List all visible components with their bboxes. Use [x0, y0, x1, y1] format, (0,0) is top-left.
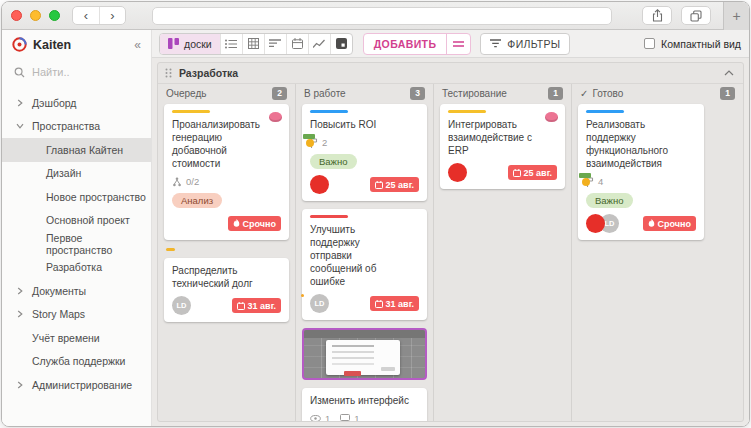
browser-window: ‹ › + Kaiten [1, 1, 750, 427]
add-controls: ДОБАВИТЬ [363, 33, 472, 55]
sidebar-collapse-button[interactable]: « [134, 38, 141, 52]
sidebar-item-time-tracking[interactable]: Учёт времени [2, 326, 151, 350]
card-footer: Срочно [172, 214, 281, 233]
tag-analysis: Анализ [172, 193, 222, 208]
table-view-button[interactable] [242, 34, 264, 54]
card-count-badge: 3 [410, 87, 425, 100]
urgent-badge: Срочно [643, 216, 696, 231]
screenshot-dialog [326, 340, 400, 375]
search-input[interactable]: Найти.. [2, 59, 151, 85]
close-window-button[interactable] [11, 10, 22, 21]
column-testing: Тестирование 1 Интегрировать взаимодейст… [434, 84, 572, 421]
avatar [586, 214, 605, 233]
calendar-icon [513, 169, 521, 177]
card-cover-image[interactable] [302, 328, 427, 380]
urgent-badge: Срочно [228, 216, 281, 231]
filter-funnel-icon [490, 39, 501, 48]
forward-button[interactable]: › [99, 7, 125, 24]
search-icon [14, 67, 25, 78]
compact-view-label: Компактный вид [661, 38, 741, 50]
drag-grip-icon[interactable] [165, 68, 172, 78]
calendar-view-button[interactable] [286, 34, 308, 54]
sidebar-nav: Дэшборд Пространства Главная Кайтен Диза… [2, 91, 151, 397]
card-count-badge: 1 [548, 87, 563, 100]
boards-view-button[interactable]: доски [160, 34, 220, 54]
check-icon: ✓ [580, 88, 588, 99]
address-bar[interactable] [152, 7, 612, 25]
share-icon [652, 9, 663, 22]
card-erp-integration[interactable]: Интегрировать взаимодействие с ERP [440, 104, 565, 189]
share-button[interactable] [642, 6, 672, 25]
list-icon [225, 39, 237, 49]
browser-nav-buttons: ‹ › [72, 6, 126, 25]
filters-button[interactable]: ФИЛЬТРЫ [480, 33, 570, 55]
card-count-badge: 2 [272, 87, 287, 100]
sidebar: Kaiten « Найти.. Дэшборд Пространства [2, 30, 152, 426]
toolbar: доски [152, 30, 749, 58]
card-color-bar [448, 110, 486, 113]
sidebar-item-support[interactable]: Служба поддержки [2, 350, 151, 374]
calendar-icon [375, 300, 383, 308]
chevron-right-icon [16, 381, 24, 389]
card-color-bar [172, 110, 210, 113]
brain-sticker-icon [269, 112, 282, 122]
chevron-down-icon [16, 123, 24, 129]
avatar: LD [310, 294, 329, 313]
compact-view-toggle[interactable]: Компактный вид [644, 38, 741, 50]
sidebar-item-first-space[interactable]: Первое пространство [2, 232, 151, 256]
compact-view-checkbox[interactable] [644, 38, 655, 49]
minimize-window-button[interactable] [30, 10, 41, 21]
sidebar-item-dashboard[interactable]: Дэшборд [2, 91, 151, 115]
collapse-board-button[interactable] [724, 70, 734, 76]
sidebar-item-main-kaiten[interactable]: Главная Кайтен [2, 138, 151, 162]
avatar [448, 163, 467, 182]
sidebar-item-spaces[interactable]: Пространства [2, 115, 151, 139]
card-analyze-value[interactable]: Проанализировать генерацию добавочной ст… [164, 104, 289, 240]
fullscreen-window-button[interactable] [49, 10, 60, 21]
list-view-button[interactable] [220, 34, 242, 54]
due-date-badge: 25 авг. [508, 165, 557, 180]
calendar-icon [375, 181, 383, 189]
subtasks-meta: 0/2 [172, 176, 281, 187]
avatar [310, 175, 329, 194]
column-header: Тестирование 1 [440, 84, 565, 102]
board-area: Разработка Очередь 2 [152, 58, 749, 426]
sidebar-item-story-maps[interactable]: Story Maps [2, 303, 151, 327]
feed-view-button[interactable] [264, 34, 286, 54]
card-error-messages[interactable]: Улучшить поддержку отправки сообщений об… [302, 209, 427, 320]
sidebar-item-documents[interactable]: Документы [2, 279, 151, 303]
grid-icon [248, 38, 259, 49]
sidebar-item-design[interactable]: Дизайн [2, 162, 151, 186]
board-title: Разработка [179, 67, 717, 79]
card-functional-interaction[interactable]: Реализовать поддержку функционального вз… [578, 104, 704, 240]
add-button[interactable]: ДОБАВИТЬ [364, 34, 447, 54]
subtasks-icon [172, 177, 182, 187]
timeline-view-button[interactable] [330, 34, 352, 54]
card-footer: 25 авг. [448, 163, 557, 182]
reports-view-button[interactable] [308, 34, 330, 54]
card-counters: 1 1 [310, 413, 419, 422]
add-lane-button[interactable] [446, 34, 470, 54]
sidebar-item-development[interactable]: Разработка [2, 256, 151, 280]
card-footer: LD Срочно [586, 214, 696, 233]
calendar-icon [237, 302, 245, 310]
sidebar-item-new-space[interactable]: Новое пространство [2, 185, 151, 209]
chevron-right-icon [16, 99, 24, 107]
card-tech-debt[interactable]: Распределить технический долг LD 31 ав [164, 258, 289, 322]
card-footer: LD 31 авг. [172, 296, 281, 315]
board-header: Разработка [158, 63, 743, 84]
kaiten-logo-icon [12, 37, 27, 52]
tabs-overview-button[interactable] [681, 6, 711, 25]
view-switcher: доски [159, 33, 353, 55]
chevron-right-icon [16, 310, 24, 318]
new-tab-button[interactable]: + [723, 2, 749, 30]
board-columns: Очередь 2 Проанализировать генерацию доб… [158, 84, 743, 421]
card-raise-roi[interactable]: Повысить ROI 2 Важно [302, 104, 427, 201]
column-done: ✓ Готово 1 Реализовать поддержку функцио… [572, 84, 743, 421]
card-change-interface[interactable]: Изменить интерфейс 1 [302, 388, 427, 422]
sidebar-item-main-project[interactable]: Основной проект [2, 209, 151, 233]
brain-sticker-icon [545, 112, 558, 122]
tabs-icon [690, 10, 702, 22]
sidebar-item-administration[interactable]: Администрирование [2, 373, 151, 397]
back-button[interactable]: ‹ [73, 7, 99, 24]
